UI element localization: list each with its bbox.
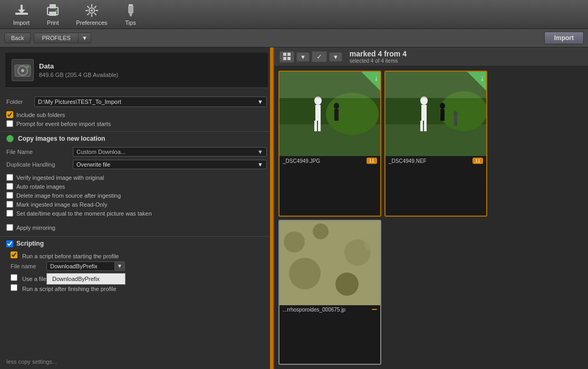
set-datetime-checkbox[interactable] [6,210,13,217]
scripting-header: Scripting [0,236,273,250]
profiles-group: PROFILES ▼ [34,33,91,43]
apply-mirroring-checkbox[interactable] [6,224,13,231]
script-dropdown-popup[interactable]: DownloadByPrefix [46,273,126,285]
svg-rect-49 [454,116,457,126]
main-layout: Data 849.6 GB (205.4 GB Available) Folde… [0,47,588,369]
svg-rect-18 [128,6,133,13]
scripting-checkbox[interactable] [6,240,13,247]
duplicate-label: Duplicate Handling [6,161,70,168]
marked-title: marked 4 from 4 [350,50,407,58]
svg-point-53 [284,231,305,253]
import-icon [14,3,29,18]
svg-rect-43 [421,105,427,121]
thumb-filename: _DSC4949.NEF [389,158,427,164]
svg-rect-4 [50,4,56,8]
thumb-image-area: ↓ [279,72,380,156]
run-after-row: Run a script after finishing the profile [0,283,273,293]
copy-section-header: Copy images to new location [0,131,273,145]
left-panel: Data 849.6 GB (205.4 GB Available) Folde… [0,47,274,369]
svg-point-46 [440,103,445,109]
file-name-label: File Name [6,149,70,155]
script-select-arrow[interactable]: ▼ [115,261,125,271]
svg-rect-26 [287,53,291,56]
set-datetime-row: Set date/time equal to the moment pictur… [0,209,273,218]
svg-point-23 [21,69,24,72]
duplicate-select[interactable]: Overwrite file ▼ [73,160,267,169]
drive-size: 849.6 GB (205.4 GB Available) [39,72,118,78]
thumb-green-arrow-icon: ↓ [480,74,484,82]
check-button[interactable]: ✓ [312,51,327,62]
svg-line-14 [94,13,97,15]
prompt-event-checkbox[interactable] [6,120,13,127]
thumb-label-row: _DSC4949.NEF 11 [385,156,486,166]
file-name-select[interactable]: Custom Downloa... ▼ [73,147,267,157]
include-sub-label: Include sub folders [16,112,65,118]
marked-info: marked 4 from 4 selected 4 of 4 items [344,50,407,64]
copy-status-dot [6,135,14,142]
thumb-badge: 11 [473,158,483,164]
script-select[interactable]: DownloadByPrefix [46,261,115,271]
tips-toolbar-btn[interactable]: Tips [115,1,146,28]
import-button[interactable]: Import [544,32,584,44]
run-after-checkbox[interactable] [11,284,17,291]
svg-rect-34 [314,121,317,131]
nav-bar: Back PROFILES ▼ Import [0,29,588,47]
mark-readonly-checkbox[interactable] [6,201,13,208]
file-name-row: File Name Custom Downloa... ▼ [0,145,273,158]
less-settings[interactable]: less copy settings... [0,354,63,369]
preferences-toolbar-btn[interactable]: Preferences [68,1,115,28]
run-after-label: Run a script after finishing the profile [22,286,117,292]
thumb-badge [372,309,377,310]
profiles-button[interactable]: PROFILES [34,33,78,43]
svg-point-8 [91,9,93,12]
thumb-filename: _DSC4949.JPG [283,158,320,164]
auto-rotate-row: Auto rotate images [0,182,273,191]
print-toolbar-btn[interactable]: Print [37,1,68,28]
auto-rotate-checkbox[interactable] [6,183,13,190]
delete-source-checkbox[interactable] [6,192,13,199]
mark-readonly-label: Mark ingested image as Read-Only [16,201,107,208]
thumb-badge: 11 [367,158,377,164]
duplicate-dropdown-icon: ▼ [257,161,263,168]
svg-line-15 [94,6,97,8]
svg-rect-25 [283,53,286,56]
check-dropdown-button[interactable]: ▼ [329,52,342,62]
right-toolbar: ▼ ✓ ▼ marked 4 from 4 selected 4 of 4 it… [274,47,588,66]
use-file-copy-checkbox[interactable] [11,274,17,281]
thumb-image [279,221,380,305]
scripting-title: Scripting [16,240,44,247]
script-file-name-row: File name DownloadByPrefix ▼ DownloadByP… [0,260,273,272]
preferences-icon [84,3,99,18]
file-name-value: Custom Downloa... [76,149,126,155]
thumb-green-arrow-icon: ↓ [374,74,378,82]
svg-rect-27 [283,57,286,60]
thumb-image-area [279,221,380,305]
svg-point-56 [289,258,321,289]
verify-ingested-label: Verify ingested image with original [16,174,104,181]
drive-icon [12,59,34,81]
grid-view-button[interactable] [279,51,294,63]
apply-mirroring-row: Apply mirroring [0,223,273,232]
import-toolbar-btn[interactable]: Import [5,1,37,28]
run-before-row: Run a script before starting the profile [0,250,273,260]
thumb-image-area: ↓ [385,72,486,156]
script-file-name-label: File name [11,263,42,269]
verify-ingested-checkbox[interactable] [6,174,13,181]
svg-point-31 [326,93,379,135]
back-button[interactable]: Back [4,33,31,43]
run-before-checkbox[interactable] [11,251,17,258]
profiles-dropdown-button[interactable]: ▼ [79,33,91,43]
thumbnail-item[interactable]: ↓ _DSC4949.NEF 11 [384,71,487,217]
view-dropdown-button[interactable]: ▼ [296,52,310,62]
orange-scroll-bar [270,47,273,369]
mark-readonly-row: Mark ingested image as Read-Only [0,200,273,209]
duplicate-row: Duplicate Handling Overwrite file ▼ [0,158,273,171]
thumbnail-item[interactable]: ...rrhosporoides_000675.jp [278,220,381,365]
include-sub-checkbox[interactable] [6,111,13,118]
svg-rect-47 [440,109,445,121]
copy-section-title: Copy images to new location [18,135,105,142]
auto-rotate-label: Auto rotate images [16,183,65,190]
thumbnail-item[interactable]: ↓ _DSC4949.JPG 11 [278,71,381,217]
folder-select[interactable]: D:\My Pictures\TEST_To_Import ▼ [34,96,267,107]
svg-rect-20 [130,15,132,16]
